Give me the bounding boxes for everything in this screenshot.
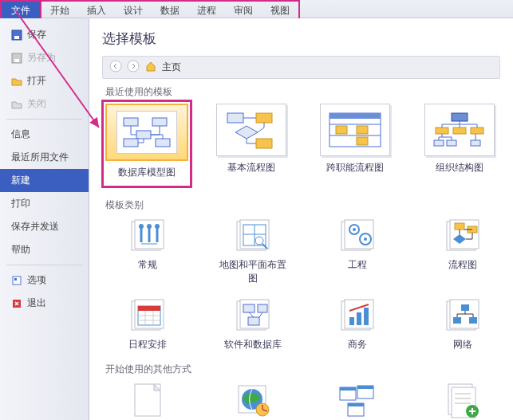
other-from-existing[interactable]: 根据现有内容新建	[425, 381, 500, 420]
sidebar-item-open[interactable]: 打开	[0, 69, 89, 92]
template-label: 跨职能流程图	[314, 161, 396, 175]
other-office-templates[interactable]: Office.com 模板	[215, 381, 290, 420]
template-database-model[interactable]: 数据库模型图	[105, 104, 188, 184]
sidebar-item-recent[interactable]: 最近所用文件	[0, 146, 89, 169]
sidebar-item-label: 选项	[27, 273, 46, 287]
svg-rect-18	[330, 113, 381, 119]
svg-rect-27	[471, 128, 483, 134]
tab-insert[interactable]: 插入	[78, 2, 115, 18]
svg-rect-65	[248, 317, 259, 325]
template-cross-functional[interactable]: 跨职能流程图	[314, 104, 396, 184]
category-schedule[interactable]: 日程安排	[110, 296, 185, 351]
options-icon	[11, 275, 22, 286]
tab-process[interactable]: 进程	[188, 2, 225, 18]
tab-review[interactable]: 审阅	[225, 2, 262, 18]
svg-rect-69	[357, 312, 361, 325]
sidebar-item-close[interactable]: 关闭	[0, 92, 89, 116]
tab-view[interactable]: 视图	[262, 2, 298, 18]
svg-rect-81	[340, 387, 356, 391]
svg-point-8	[128, 61, 139, 72]
sidebar-item-save[interactable]: 保存	[0, 23, 89, 46]
category-network[interactable]: 网络	[425, 296, 500, 351]
home-icon[interactable]	[144, 60, 157, 75]
breadcrumb[interactable]: 主页	[102, 56, 500, 79]
back-icon[interactable]	[109, 60, 122, 75]
ribbon-tabs: 开始 插入 设计 数据 进程 审阅 视图	[41, 0, 300, 18]
svg-rect-12	[156, 139, 170, 147]
category-label: 网络	[425, 338, 500, 351]
category-label: 常规	[110, 258, 185, 272]
sidebar-item-label: 关闭	[27, 97, 46, 111]
svg-rect-70	[364, 308, 369, 325]
exit-icon	[11, 298, 22, 309]
category-label: 地图和平面布置图	[215, 258, 290, 285]
svg-point-7	[110, 61, 121, 72]
svg-rect-16	[256, 139, 272, 148]
template-org-chart[interactable]: 组织结构图	[419, 104, 500, 184]
category-flowchart[interactable]: 流程图	[425, 217, 500, 285]
sidebar-item-label: 打开	[27, 74, 46, 88]
svg-rect-73	[461, 304, 469, 311]
svg-rect-64	[258, 304, 267, 312]
category-label: 流程图	[425, 258, 500, 272]
template-label: 数据库模型图	[105, 166, 188, 179]
other-sample-diagrams[interactable]: 示例图表	[321, 381, 396, 420]
sidebar-item-label: 打印	[11, 197, 30, 210]
svg-rect-26	[453, 128, 466, 134]
tab-home[interactable]: 开始	[41, 2, 78, 18]
template-basic-flowchart[interactable]: 基本流程图	[211, 104, 292, 184]
sidebar-item-options[interactable]: 选项	[0, 269, 89, 292]
tab-design[interactable]: 设计	[115, 2, 152, 18]
svg-rect-10	[152, 118, 167, 126]
section-other-ways: 开始使用的其他方式	[105, 363, 500, 376]
category-engineering[interactable]: 工程	[321, 217, 396, 285]
svg-rect-23	[357, 137, 368, 145]
sidebar-item-label: 最近所用文件	[11, 151, 69, 164]
main-panel: 选择模板 主页 最近使用的模板 数据库模型图 基本流程图 跨职能流程图 组织结构…	[89, 18, 513, 420]
sidebar-item-label: 新建	[11, 174, 30, 187]
sidebar-item-label: 保存并发送	[11, 220, 59, 234]
svg-rect-51	[455, 223, 464, 230]
open-icon	[11, 76, 22, 87]
template-label: 组织结构图	[419, 161, 500, 175]
sidebar-item-new[interactable]: 新建	[0, 169, 89, 192]
sidebar-item-saveas[interactable]: 另存为	[0, 46, 89, 69]
section-template-categories: 模板类别	[105, 198, 500, 212]
svg-rect-24	[452, 113, 468, 121]
category-business[interactable]: 商务	[321, 296, 396, 351]
category-maps-floorplans[interactable]: 地图和平面布置图	[215, 217, 290, 285]
sidebar-item-help[interactable]: 帮助	[0, 238, 89, 261]
saveas-icon	[11, 53, 22, 64]
close-icon	[11, 99, 22, 110]
svg-point-46	[353, 228, 356, 231]
sidebar-item-label: 帮助	[11, 243, 30, 257]
category-label: 工程	[321, 258, 396, 272]
sidebar-item-label: 退出	[27, 296, 46, 310]
svg-rect-63	[243, 304, 255, 312]
section-recent-templates: 最近使用的模板	[105, 85, 500, 99]
category-software-database[interactable]: 软件和数据库	[215, 296, 290, 351]
file-tab[interactable]: 文件	[0, 0, 41, 18]
category-general[interactable]: 常规	[110, 217, 185, 285]
svg-rect-11	[136, 131, 151, 139]
sidebar-item-savesend[interactable]: 保存并发送	[0, 215, 89, 238]
sidebar-item-label: 保存	[27, 28, 46, 41]
svg-rect-21	[336, 126, 347, 134]
page-title: 选择模板	[102, 29, 500, 48]
sidebar-item-print[interactable]: 打印	[0, 192, 89, 215]
tab-data[interactable]: 数据	[152, 2, 188, 18]
svg-rect-5	[14, 278, 17, 281]
svg-rect-68	[349, 317, 354, 325]
sidebar-item-label: 另存为	[27, 51, 56, 65]
svg-rect-14	[227, 113, 243, 123]
sidebar-item-label: 信息	[11, 128, 30, 141]
sidebar-item-exit[interactable]: 退出	[0, 292, 89, 315]
svg-rect-56	[138, 306, 160, 311]
breadcrumb-home[interactable]: 主页	[162, 61, 181, 74]
backstage-sidebar: 保存 另存为 打开 关闭 信息 最近所用文件 新建 打印 保存并发送 帮助 选项…	[0, 18, 89, 420]
sidebar-item-info[interactable]: 信息	[0, 123, 89, 146]
forward-icon[interactable]	[127, 60, 140, 75]
other-blank-drawing[interactable]: 空白绘图	[110, 381, 185, 420]
svg-point-33	[139, 224, 144, 229]
svg-rect-85	[348, 403, 364, 406]
